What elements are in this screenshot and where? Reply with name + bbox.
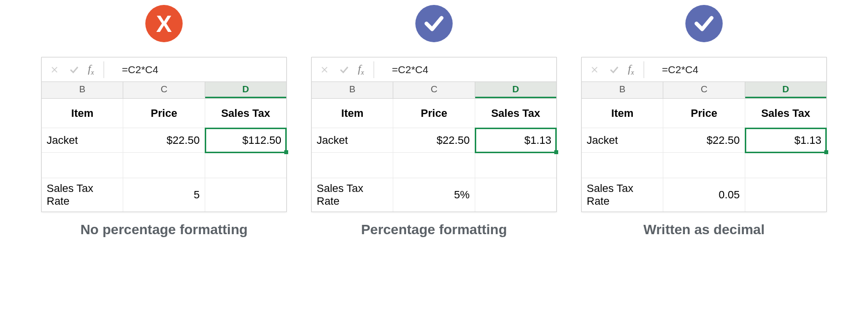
rate-row: Sales Tax Rate 5 [42,178,286,212]
panel-caption: Percentage formatting [361,222,507,238]
col-header-b[interactable]: B [42,82,123,98]
excel-screenshot: fx B C D Item Price Sales Tax Jacket $22… [41,57,287,212]
header-salestax[interactable]: Sales Tax [205,99,286,128]
cell-salestax-selected[interactable]: $1.13 [745,128,826,153]
formula-bar: fx [312,57,556,82]
header-price[interactable]: Price [393,99,475,128]
empty-cell[interactable] [663,153,745,178]
empty-row [42,153,286,178]
cell-item[interactable]: Jacket [312,128,393,153]
cell-salestax-value: $112.50 [242,134,281,147]
fx-icon[interactable]: fx [88,62,94,77]
column-headers: B C D [42,82,286,99]
empty-cell[interactable] [582,153,663,178]
empty-cell[interactable] [123,153,205,178]
cell-price[interactable]: $22.50 [393,128,475,153]
cell-price[interactable]: $22.50 [123,128,205,153]
col-header-d[interactable]: D [205,82,286,98]
col-header-d[interactable]: D [745,82,826,98]
cell-rate-value[interactable]: 5 [123,178,205,212]
data-row: Jacket $22.50 $1.13 [312,128,556,153]
rate-row: Sales Tax Rate 5% [312,178,556,212]
formula-input[interactable] [654,63,826,76]
cell-rate-value[interactable]: 5% [393,178,475,212]
formula-bar-divider [374,61,374,78]
cell-salestax-selected[interactable]: $1.13 [475,128,556,153]
cancel-icon[interactable] [49,65,60,74]
cell-price[interactable]: $22.50 [663,128,745,153]
rate-row: Sales Tax Rate 0.05 [582,178,826,212]
cell-rate-empty[interactable] [475,178,556,212]
cell-salestax-value: $1.13 [524,134,551,147]
col-header-c[interactable]: C [663,82,745,98]
cell-rate-label[interactable]: Sales Tax Rate [312,178,393,212]
empty-cell[interactable] [42,153,123,178]
cell-rate-value[interactable]: 0.05 [663,178,745,212]
col-header-c[interactable]: C [123,82,205,98]
panel-decimal: fx B C D Item Price Sales Tax Jacket $22… [581,5,827,238]
cell-item[interactable]: Jacket [42,128,123,153]
header-price[interactable]: Price [123,99,205,128]
enter-icon[interactable] [608,64,620,75]
excel-screenshot: fx B C D Item Price Sales Tax Jacket $22… [311,57,557,212]
fill-handle[interactable] [824,150,828,154]
table-header-row: Item Price Sales Tax [312,99,556,128]
header-price[interactable]: Price [663,99,745,128]
column-headers: B C D [582,82,826,99]
col-header-d[interactable]: D [475,82,556,98]
panel-percentage: fx B C D Item Price Sales Tax Jacket $22… [311,5,557,238]
column-headers: B C D [312,82,556,99]
cell-item[interactable]: Jacket [582,128,663,153]
correct-badge-icon [415,5,453,42]
table-header-row: Item Price Sales Tax [42,99,286,128]
empty-cell[interactable] [393,153,475,178]
formula-bar: fx [582,57,826,82]
cell-rate-label[interactable]: Sales Tax Rate [42,178,123,212]
data-row: Jacket $22.50 $1.13 [582,128,826,153]
enter-icon[interactable] [338,64,350,75]
empty-cell[interactable] [205,153,286,178]
panel-caption: Written as decimal [644,222,765,238]
header-item[interactable]: Item [582,99,663,128]
formula-bar-divider [104,61,104,78]
formula-input[interactable] [114,63,286,76]
panel-no-percentage: X fx B C D Item Price Sales [41,5,287,238]
empty-cell[interactable] [475,153,556,178]
cell-salestax-selected[interactable]: $112.50 [205,128,286,153]
fx-icon[interactable]: fx [358,62,364,77]
empty-row [582,153,826,178]
cell-rate-label[interactable]: Sales Tax Rate [582,178,663,212]
empty-cell[interactable] [312,153,393,178]
header-item[interactable]: Item [312,99,393,128]
fx-icon[interactable]: fx [628,62,634,77]
cell-rate-empty[interactable] [205,178,286,212]
table-header-row: Item Price Sales Tax [582,99,826,128]
cell-salestax-value: $1.13 [794,134,821,147]
header-salestax[interactable]: Sales Tax [745,99,826,128]
fill-handle[interactable] [284,150,288,154]
empty-row [312,153,556,178]
formula-input[interactable] [384,63,556,76]
fill-handle[interactable] [554,150,558,154]
cancel-icon[interactable] [589,65,600,74]
formula-bar: fx [42,57,286,82]
col-header-b[interactable]: B [312,82,393,98]
col-header-b[interactable]: B [582,82,663,98]
excel-screenshot: fx B C D Item Price Sales Tax Jacket $22… [581,57,827,212]
cell-rate-empty[interactable] [745,178,826,212]
empty-cell[interactable] [745,153,826,178]
header-salestax[interactable]: Sales Tax [475,99,556,128]
enter-icon[interactable] [68,64,80,75]
header-item[interactable]: Item [42,99,123,128]
data-row: Jacket $22.50 $112.50 [42,128,286,153]
comparison-container: X fx B C D Item Price Sales [0,0,868,238]
cancel-icon[interactable] [319,65,330,74]
col-header-c[interactable]: C [393,82,475,98]
panel-caption: No percentage formatting [81,222,248,238]
wrong-badge-icon: X [145,5,183,42]
formula-bar-divider [644,61,644,78]
correct-badge-icon [685,5,723,42]
